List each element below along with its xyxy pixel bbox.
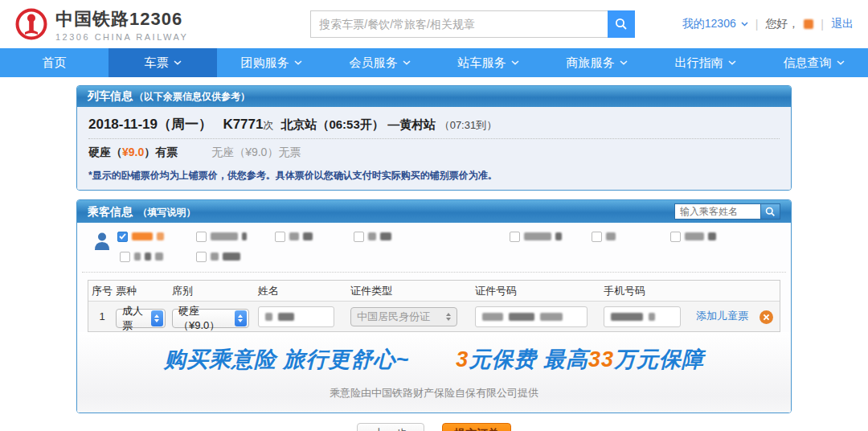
passenger-checkbox-item[interactable] (196, 250, 240, 263)
redacted-passenger-name (289, 232, 299, 240)
checkbox-unchecked (510, 232, 520, 242)
chevron-down-icon (511, 60, 519, 65)
redacted-passenger-name (708, 232, 716, 240)
seat-price: ¥9.0 (122, 146, 144, 158)
ticket-type-select[interactable]: 成人票 (116, 309, 166, 328)
passenger-checkbox-item[interactable] (275, 230, 313, 243)
nav-item-station-services[interactable]: 站车服务 (434, 48, 542, 77)
seat-availability: 硬座（¥9.0）有票 无座（¥9.0）无票 (88, 139, 780, 166)
logo-title: 中国铁路12306 (55, 7, 188, 31)
passenger-checkbox-item[interactable] (510, 230, 562, 243)
checkbox-unchecked (592, 232, 602, 242)
redacted-passenger-name (524, 232, 551, 240)
passenger-panel-title: 乘客信息 (88, 205, 133, 218)
add-child-ticket-link[interactable]: 添加儿童票 (696, 310, 748, 322)
checkbox-unchecked (354, 232, 364, 242)
site-logo[interactable]: 中国铁路12306 12306 CHINA RAILWAY (14, 7, 188, 42)
site-search-button[interactable] (608, 10, 635, 38)
redacted-passenger-name (145, 252, 151, 261)
train-panel-title-note: （以下余票信息仅供参考） (134, 90, 250, 104)
divider (82, 272, 786, 273)
person-icon (93, 232, 111, 251)
passenger-checkbox-item[interactable] (120, 250, 163, 263)
name-input[interactable] (258, 306, 334, 327)
search-icon (765, 207, 776, 217)
saved-passenger-list (117, 230, 780, 272)
redacted-passenger-name (368, 232, 376, 240)
id-number-input[interactable] (475, 306, 588, 327)
nav-item-business-travel[interactable]: 商旅服务 (542, 48, 651, 77)
redacted-passenger-name (242, 232, 247, 240)
passenger-info-panel: 乘客信息 （填写说明） (76, 199, 792, 413)
main-nav: 首页 车票 团购服务 会员服务 站车服务 商旅服务 出行指南 信息查询 (0, 48, 868, 77)
greeting-text: 您好， (765, 17, 799, 31)
chevron-down-icon (620, 60, 628, 65)
passenger-checkbox-item[interactable] (670, 230, 716, 243)
redacted-passenger-name (303, 232, 313, 240)
redacted-passenger-name (685, 232, 704, 240)
insurance-banner: 购买乘意险 旅行更舒心~3元保费 最高33万元保障 乘意险由中国铁路财产保险自保… (77, 332, 791, 413)
nav-item-travel-guide[interactable]: 出行指南 (651, 48, 760, 77)
redacted-passenger-name (211, 252, 219, 261)
railway-logo-icon (14, 7, 48, 41)
row-index: 1 (88, 310, 116, 322)
checkbox-unchecked (196, 252, 207, 262)
nav-item-tickets[interactable]: 车票 (108, 48, 217, 77)
phone-number-input[interactable] (604, 306, 681, 327)
logo-subtitle: 12306 CHINA RAILWAY (55, 32, 188, 42)
redacted-passenger-name (223, 252, 240, 261)
site-search-input[interactable] (310, 10, 608, 38)
logout-link[interactable]: 退出 (831, 17, 854, 31)
chevron-down-icon (403, 60, 411, 65)
passenger-checkbox-item[interactable] (592, 230, 616, 243)
table-header-row: 序号 票种 席别 姓名 证件类型 证件号码 手机号码 (88, 281, 780, 302)
table-row: 1 成人票 硬座（¥9.0） 中国居民身份证 (88, 302, 780, 331)
checkbox-checked (117, 232, 128, 242)
redacted-passenger-name (555, 232, 562, 240)
berth-price-note: *显示的卧铺票价均为上铺票价，供您参考。具体票价以您确认支付时实际购买的铺别票价… (88, 166, 780, 183)
checkbox-unchecked (275, 232, 285, 242)
checkbox-unchecked (196, 232, 207, 242)
redacted-passenger-name (132, 232, 153, 240)
train-number: K7771 (223, 117, 263, 132)
redacted-username (804, 19, 813, 29)
redacted-passenger-name (157, 232, 164, 240)
redacted-passenger-name (606, 232, 616, 240)
passenger-checkbox-item[interactable] (117, 230, 164, 243)
nav-item-group-services[interactable]: 团购服务 (217, 48, 326, 77)
passenger-checkbox-item[interactable] (196, 230, 247, 243)
previous-step-button[interactable]: 上一步 (357, 423, 424, 431)
train-info-panel: 列车信息 （以下余票信息仅供参考） 2018-11-19（周一） K7771次 … (76, 85, 792, 191)
divider: | (821, 18, 824, 31)
nav-item-info-query[interactable]: 信息查询 (760, 48, 868, 77)
redacted-passenger-name (211, 232, 238, 240)
checkbox-unchecked (670, 232, 681, 242)
top-header: 中国铁路12306 12306 CHINA RAILWAY 我的12306 | … (0, 0, 868, 48)
checkbox-unchecked (120, 252, 130, 262)
my-12306-link[interactable]: 我的12306 (682, 17, 736, 31)
passenger-name-search-input[interactable] (674, 203, 761, 220)
fill-instructions-link[interactable]: （填写说明） (137, 207, 195, 218)
nav-item-home[interactable]: 首页 (0, 48, 108, 77)
submit-order-button[interactable]: 提交订单 (442, 423, 511, 431)
redacted-passenger-name (380, 232, 391, 240)
remove-passenger-button[interactable] (760, 310, 773, 324)
seat-type-select[interactable]: 硬座（¥9.0） (172, 309, 249, 328)
redacted-passenger-name (155, 252, 163, 261)
chevron-down-icon (294, 60, 302, 65)
id-type-select: 中国居民身份证 (350, 307, 457, 326)
train-date: 2018-11-19（周一） (88, 117, 212, 132)
to-station: 黄村站 (399, 117, 436, 131)
insurance-headline: 购买乘意险 旅行更舒心~ (164, 347, 409, 371)
close-icon (760, 310, 773, 324)
chevron-down-icon (741, 22, 748, 27)
passenger-name-search-button[interactable] (761, 203, 780, 220)
train-summary: 2018-11-19（周一） K7771次 北京站（06:53开） —黄村站 （… (88, 113, 780, 138)
search-icon (615, 18, 628, 31)
train-panel-title: 列车信息 (88, 89, 133, 104)
divider: | (755, 18, 759, 31)
from-station: 北京站 (280, 117, 317, 131)
nav-item-member-services[interactable]: 会员服务 (326, 48, 434, 77)
passenger-checkbox-item[interactable] (354, 230, 391, 243)
chevron-down-icon (837, 60, 845, 65)
